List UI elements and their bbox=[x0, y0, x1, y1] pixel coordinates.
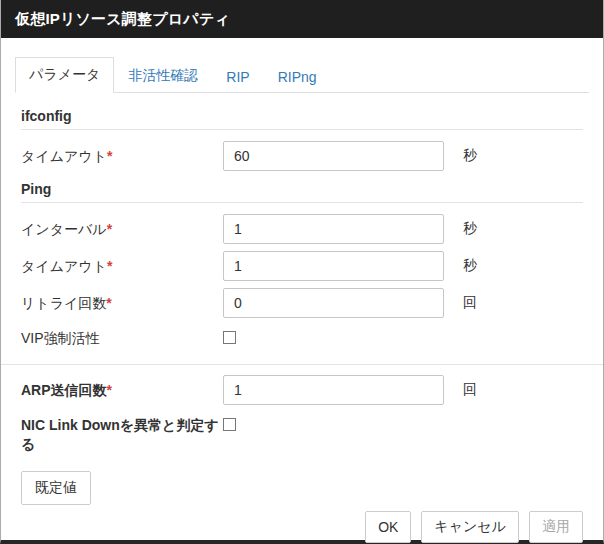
default-values-button[interactable]: 既定値 bbox=[21, 471, 91, 505]
ping-timeout-unit: 秒 bbox=[463, 257, 477, 275]
ping-interval-input[interactable] bbox=[223, 214, 444, 244]
required-asterisk: * bbox=[107, 258, 112, 274]
section-heading-ifconfig: ifconfig bbox=[21, 108, 583, 130]
properties-dialog: 仮想IPリソース調整プロパティ パラメータ 非活性確認 RIP RIPng if… bbox=[0, 0, 604, 544]
label-text: リトライ回数 bbox=[21, 295, 106, 311]
vip-forced-activation-checkbox[interactable] bbox=[223, 331, 236, 344]
form-row-nic-link-down: NIC Link Downを異常と判定する bbox=[21, 415, 583, 454]
ping-interval-label: インターバル* bbox=[21, 220, 223, 239]
tab-bar: パラメータ 非活性確認 RIP RIPng bbox=[15, 57, 589, 93]
nic-link-down-label: NIC Link Downを異常と判定する bbox=[21, 415, 223, 454]
required-asterisk: * bbox=[107, 148, 112, 164]
section-divider bbox=[1, 364, 603, 365]
tab-rip[interactable]: RIP bbox=[212, 60, 263, 93]
required-asterisk: * bbox=[107, 382, 112, 398]
dialog-titlebar: 仮想IPリソース調整プロパティ bbox=[1, 0, 603, 38]
form-row-arp-send-count: ARP送信回数* 回 bbox=[21, 375, 583, 405]
label-text: インターバル bbox=[21, 221, 107, 237]
required-asterisk: * bbox=[106, 295, 111, 311]
label-text: タイムアウト bbox=[21, 258, 107, 274]
label-text: ARP送信回数 bbox=[21, 382, 107, 398]
section-heading-ping: Ping bbox=[21, 181, 583, 203]
dialog-footer: OK キャンセル 適用 bbox=[1, 505, 603, 544]
ping-retry-count-label: リトライ回数* bbox=[21, 294, 223, 313]
nic-link-down-checkbox[interactable] bbox=[223, 418, 236, 431]
form-row-ping-retry-count: リトライ回数* 回 bbox=[21, 288, 583, 318]
ifconfig-timeout-unit: 秒 bbox=[463, 147, 477, 165]
tab-ripng[interactable]: RIPng bbox=[264, 60, 331, 93]
arp-send-count-label: ARP送信回数* bbox=[21, 381, 223, 400]
arp-send-count-input[interactable] bbox=[223, 375, 444, 405]
form-row-vip-forced-activation: VIP強制活性 bbox=[21, 328, 583, 352]
label-text: タイムアウト bbox=[21, 148, 107, 164]
ping-interval-unit: 秒 bbox=[463, 220, 477, 238]
ifconfig-timeout-label: タイムアウト* bbox=[21, 147, 223, 166]
ping-timeout-input[interactable] bbox=[223, 251, 444, 281]
ping-timeout-label: タイムアウト* bbox=[21, 257, 223, 276]
arp-send-count-unit: 回 bbox=[463, 381, 477, 399]
ok-button[interactable]: OK bbox=[365, 511, 411, 543]
tab-panel-parameters: ifconfig タイムアウト* 秒 Ping インターバル* 秒 タイムアウト… bbox=[1, 93, 603, 505]
vip-forced-activation-label: VIP強制活性 bbox=[21, 328, 223, 348]
ping-retry-count-unit: 回 bbox=[463, 294, 477, 312]
ping-retry-count-input[interactable] bbox=[223, 288, 444, 318]
form-row-ping-interval: インターバル* 秒 bbox=[21, 214, 583, 244]
tab-deactivation-check[interactable]: 非活性確認 bbox=[114, 58, 212, 93]
required-asterisk: * bbox=[107, 221, 112, 237]
ifconfig-timeout-input[interactable] bbox=[223, 141, 444, 171]
tab-parameters[interactable]: パラメータ bbox=[15, 57, 114, 93]
form-row-ifconfig-timeout: タイムアウト* 秒 bbox=[21, 141, 583, 171]
apply-button[interactable]: 適用 bbox=[529, 511, 583, 543]
form-row-ping-timeout: タイムアウト* 秒 bbox=[21, 251, 583, 281]
dialog-title: 仮想IPリソース調整プロパティ bbox=[15, 10, 230, 29]
cancel-button[interactable]: キャンセル bbox=[421, 511, 519, 543]
